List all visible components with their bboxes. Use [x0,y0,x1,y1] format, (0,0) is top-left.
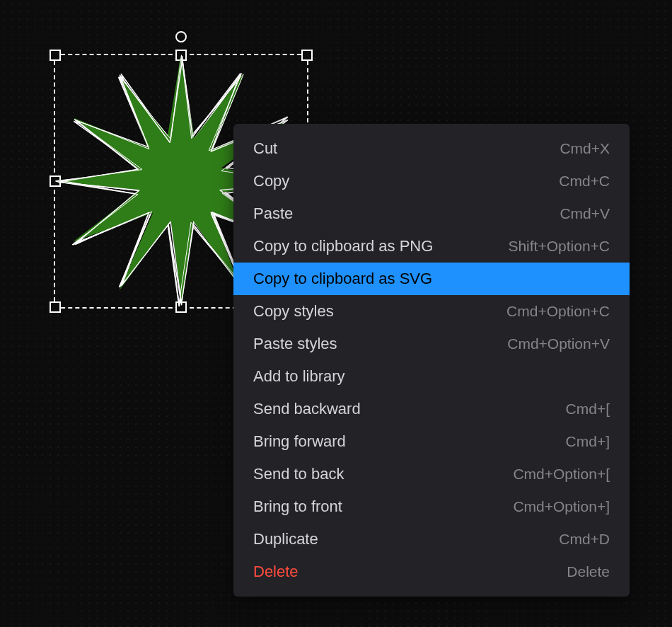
menu-item-label: Bring forward [253,432,346,451]
menu-item-shortcut: Cmd+C [559,173,610,190]
menu-item-paste-styles[interactable]: Paste stylesCmd+Option+V [233,328,630,360]
menu-item-shortcut: Cmd+X [560,140,610,157]
menu-item-label: Add to library [253,367,345,386]
menu-item-shortcut: Cmd+Option+[ [513,466,610,483]
menu-item-label: Copy [253,172,289,190]
menu-item-shortcut: Cmd+Option+C [506,303,610,320]
menu-item-label: Copy styles [253,302,334,321]
menu-item-send-backward[interactable]: Send backwardCmd+[ [233,393,630,425]
menu-item-copy[interactable]: CopyCmd+C [233,165,630,197]
menu-item-add-to-library[interactable]: Add to library [233,360,630,393]
menu-item-paste[interactable]: PasteCmd+V [233,197,630,230]
menu-item-label: Paste styles [253,335,337,353]
menu-item-label: Copy to clipboard as SVG [253,270,432,288]
menu-item-label: Cut [253,139,277,158]
menu-item-shortcut: Cmd+] [566,433,610,450]
menu-item-send-to-back[interactable]: Send to backCmd+Option+[ [233,458,630,490]
menu-item-label: Bring to front [253,497,342,516]
menu-item-cut[interactable]: CutCmd+X [233,132,630,165]
menu-item-label: Send to back [253,465,344,483]
menu-item-label: Duplicate [253,530,318,548]
menu-item-label: Delete [253,563,299,581]
menu-item-shortcut: Cmd+V [560,205,610,222]
menu-item-bring-to-front[interactable]: Bring to frontCmd+Option+] [233,490,630,523]
context-menu[interactable]: CutCmd+XCopyCmd+CPasteCmd+VCopy to clipb… [233,124,630,597]
menu-item-shortcut: Delete [567,563,610,580]
menu-item-shortcut: Cmd+Option+] [513,498,610,515]
menu-item-bring-forward[interactable]: Bring forwardCmd+] [233,425,630,458]
menu-item-label: Paste [253,205,293,223]
menu-item-shortcut: Cmd+Option+V [507,335,610,352]
menu-item-copy-to-clipboard-as-png[interactable]: Copy to clipboard as PNGShift+Option+C [233,230,630,263]
menu-item-label: Send backward [253,400,361,418]
menu-item-shortcut: Shift+Option+C [508,238,610,255]
menu-item-duplicate[interactable]: DuplicateCmd+D [233,523,630,556]
rotation-handle[interactable] [175,31,187,42]
menu-item-copy-to-clipboard-as-svg[interactable]: Copy to clipboard as SVG [233,263,630,295]
menu-item-shortcut: Cmd+D [559,531,610,548]
menu-item-delete[interactable]: DeleteDelete [233,556,630,588]
menu-item-shortcut: Cmd+[ [566,401,610,418]
menu-item-copy-styles[interactable]: Copy stylesCmd+Option+C [233,295,630,328]
menu-item-label: Copy to clipboard as PNG [253,237,433,255]
